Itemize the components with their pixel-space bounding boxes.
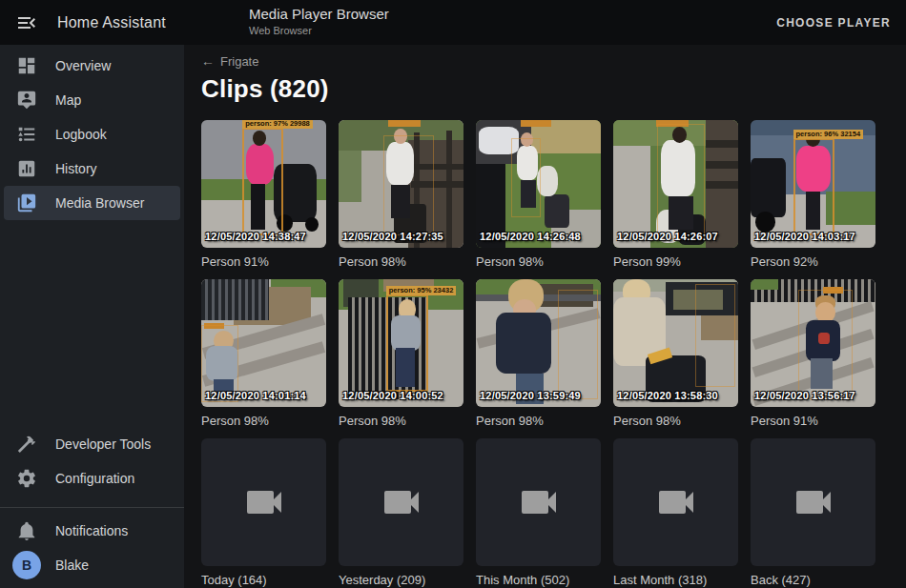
clip-timestamp: 12/05/2020 14:03:17 xyxy=(754,231,855,242)
format-list-icon xyxy=(15,123,38,146)
folder-thumbnail[interactable] xyxy=(339,438,463,566)
sidebar-item-notifications[interactable]: Notifications xyxy=(4,514,180,548)
sidebar-item-label: Overview xyxy=(55,58,111,73)
folder-thumbnail[interactable] xyxy=(476,438,601,566)
clip-label: Person 99% xyxy=(613,254,738,269)
clip-thumbnail[interactable]: 12/05/2020 14:27:35 xyxy=(339,120,463,248)
app-window: Home Assistant Media Player Browser Web … xyxy=(0,0,906,588)
scene-layer xyxy=(751,279,778,290)
clip-card[interactable]: person: 96% 3215412/05/2020 14:03:17 Per… xyxy=(751,120,875,269)
chart-box-icon xyxy=(15,157,38,180)
folder-thumbnail[interactable] xyxy=(613,438,738,566)
app-title: Home Assistant xyxy=(57,14,166,31)
detection-bounding-box: person: 97% 29988 xyxy=(242,128,283,235)
detection-bounding-box xyxy=(695,284,735,386)
clip-card[interactable]: 12/05/2020 13:59:49 Person 98% xyxy=(476,279,601,428)
sidebar-item-history[interactable]: History xyxy=(4,152,180,186)
top-app-bar: Home Assistant Media Player Browser Web … xyxy=(0,0,906,45)
clip-card[interactable]: person: 97% 2998812/05/2020 14:38:47 Per… xyxy=(201,120,326,269)
menu-open-icon xyxy=(15,11,38,34)
sidebar-item-map[interactable]: Map xyxy=(4,83,180,117)
clips-grid: person: 97% 2998812/05/2020 14:38:47 Per… xyxy=(201,120,906,587)
clip-card[interactable]: 12/05/2020 14:01:14 Person 98% xyxy=(201,279,326,428)
play-box-multiple-icon xyxy=(15,192,38,214)
video-camera-icon xyxy=(791,479,836,525)
folder-card[interactable]: Last Month (318) xyxy=(613,438,738,587)
folder-card[interactable]: Yesterday (209) xyxy=(339,438,463,587)
clip-label: Person 98% xyxy=(339,254,463,269)
sidebar-item-label: Notifications xyxy=(55,523,128,538)
clip-thumbnail[interactable]: 12/05/2020 14:01:14 xyxy=(201,279,326,407)
clip-thumbnail[interactable]: 12/05/2020 13:59:49 xyxy=(476,279,601,407)
detection-bounding-box xyxy=(558,290,598,399)
clip-thumbnail[interactable]: 12/05/2020 13:58:30 xyxy=(613,279,738,407)
clip-thumbnail[interactable]: 12/05/2020 14:26:07 xyxy=(613,120,738,248)
clip-timestamp: 12/05/2020 14:01:14 xyxy=(205,390,306,401)
sidebar-item-overview[interactable]: Overview xyxy=(4,49,180,83)
folder-label: Last Month (318) xyxy=(613,573,738,587)
breadcrumb-label: Frigate xyxy=(220,54,258,69)
clip-timestamp: 12/05/2020 13:58:30 xyxy=(617,390,718,401)
sidebar-item-configuration[interactable]: Configuration xyxy=(4,461,180,496)
sidebar-item-label: Logbook xyxy=(55,127,107,142)
sidebar-item-media-browser[interactable]: Media Browser xyxy=(4,186,180,220)
clip-thumbnail[interactable]: person: 96% 3215412/05/2020 14:03:17 xyxy=(751,120,875,248)
clip-label: Person 98% xyxy=(201,414,326,428)
detection-bounding-box xyxy=(657,124,705,239)
detection-bounding-box xyxy=(798,290,854,399)
clip-label: Person 98% xyxy=(476,254,601,269)
clip-thumbnail[interactable]: person: 95% 2343212/05/2020 14:00:52 xyxy=(339,279,463,407)
scene-layer xyxy=(755,212,775,232)
sidebar-spacer xyxy=(0,220,184,427)
folder-label: Yesterday (209) xyxy=(339,573,463,587)
folder-card[interactable]: Today (164) xyxy=(201,438,326,587)
video-camera-icon xyxy=(241,479,287,525)
scene-layer xyxy=(339,151,361,202)
clip-label: Person 91% xyxy=(201,254,326,269)
sidebar-toggle-button[interactable] xyxy=(15,11,38,34)
video-camera-icon xyxy=(379,479,424,525)
back-arrow-icon: ← xyxy=(201,53,215,69)
view-dashboard-icon xyxy=(15,54,38,77)
sidebar: Overview Map Logbook History xyxy=(0,45,184,588)
avatar: B xyxy=(12,551,41,579)
scene-layer xyxy=(521,120,550,127)
scene-layer xyxy=(446,131,453,248)
sidebar-divider xyxy=(0,507,184,508)
clip-thumbnail[interactable]: 12/05/2020 14:26:48 xyxy=(476,120,601,248)
clip-card[interactable]: 12/05/2020 14:26:48 Person 98% xyxy=(476,120,601,269)
detection-bounding-box xyxy=(383,135,433,235)
clip-timestamp: 12/05/2020 14:00:52 xyxy=(342,390,443,401)
clip-thumbnail[interactable]: person: 97% 2998812/05/2020 14:38:47 xyxy=(201,120,326,248)
folder-card[interactable]: Back (427) xyxy=(751,438,875,587)
scene-layer xyxy=(751,158,786,217)
clip-label: Person 98% xyxy=(613,414,738,428)
clip-label: Person 91% xyxy=(751,414,875,428)
folder-thumbnail[interactable] xyxy=(201,438,326,566)
clip-card[interactable]: 12/05/2020 13:56:17 Person 91% xyxy=(751,279,875,428)
sidebar-item-user[interactable]: B Blake xyxy=(4,548,180,582)
detection-label: person: 95% 23432 xyxy=(386,286,457,295)
clip-label: Person 92% xyxy=(751,254,875,269)
clip-card[interactable]: 12/05/2020 14:27:35 Person 98% xyxy=(339,120,463,269)
detection-label: person: 97% 29988 xyxy=(242,120,313,129)
sidebar-item-label: Developer Tools xyxy=(55,436,151,452)
folder-card[interactable]: This Month (502) xyxy=(476,438,601,587)
choose-player-button[interactable]: CHOOSE PLAYER xyxy=(776,0,891,45)
sidebar-item-label: Map xyxy=(55,92,81,108)
sidebar-item-developer-tools[interactable]: Developer Tools xyxy=(4,427,180,461)
clip-card[interactable]: 12/05/2020 13:58:30 Person 98% xyxy=(613,279,738,428)
breadcrumb[interactable]: ← Frigate xyxy=(201,53,258,69)
clip-thumbnail[interactable]: 12/05/2020 13:56:17 xyxy=(751,279,875,407)
folder-thumbnail[interactable] xyxy=(751,438,875,566)
scene-layer xyxy=(706,140,738,148)
folder-label: Today (164) xyxy=(201,573,326,587)
clip-card[interactable]: 12/05/2020 14:26:07 Person 99% xyxy=(613,120,738,269)
gear-icon xyxy=(15,467,38,490)
clip-timestamp: 12/05/2020 14:26:48 xyxy=(480,231,581,242)
tooltip-account-icon xyxy=(15,89,38,112)
sidebar-item-logbook[interactable]: Logbook xyxy=(4,117,180,152)
sidebar-item-label: History xyxy=(55,161,97,176)
clip-card[interactable]: person: 95% 2343212/05/2020 14:00:52 Per… xyxy=(339,279,463,428)
main-content: ← Frigate Clips (820) person: 97% 299881… xyxy=(184,45,906,588)
